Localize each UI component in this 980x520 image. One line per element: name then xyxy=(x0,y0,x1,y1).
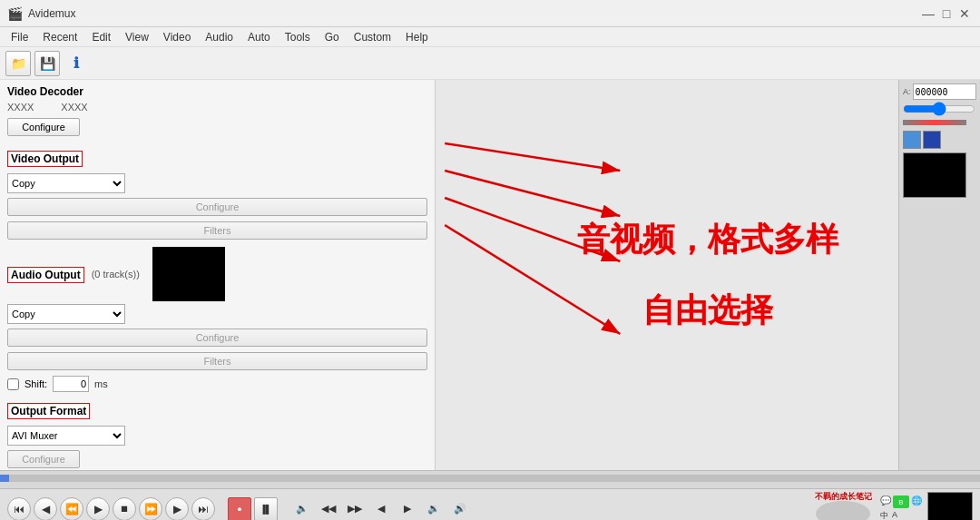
audio-output-title: Audio Output xyxy=(7,267,84,283)
ime-zh: 中 xyxy=(880,510,888,520)
vol-up-button[interactable]: 🔊 xyxy=(448,497,472,521)
annotation-line1: 音视频，格式多样 xyxy=(577,213,838,266)
audio-output-filters-button[interactable]: Filters xyxy=(7,352,427,370)
video-decoder-configure-button[interactable]: Configure xyxy=(7,118,80,136)
forward2-button[interactable]: ▶▶ xyxy=(343,497,367,521)
go-to-end-button[interactable]: ⏭ xyxy=(191,497,215,521)
toolbar: 📁 💾 ℹ xyxy=(0,47,980,80)
menu-go[interactable]: Go xyxy=(318,27,347,47)
output-format-row: AVI Muxer MP4 Muxer MKV Muxer MOV Muxer xyxy=(7,426,427,446)
svg-line-1 xyxy=(445,143,620,171)
output-format-section: Output Format AVI Muxer MP4 Muxer MKV Mu… xyxy=(7,397,427,470)
video-decoder-title: Video Decoder xyxy=(7,85,427,98)
right-panel-slider[interactable] xyxy=(903,103,975,114)
a-value-input[interactable] xyxy=(913,83,976,100)
fast-forward-button[interactable]: ⏩ xyxy=(139,497,162,521)
output-format-select[interactable]: AVI Muxer MP4 Muxer MKV Muxer MOV Muxer xyxy=(7,426,125,446)
audio-codec-row: Copy MP3 AAC AC3 xyxy=(7,304,427,324)
close-button[interactable]: ✕ xyxy=(956,5,973,22)
audio-codec-select[interactable]: Copy MP3 AAC AC3 xyxy=(7,304,125,324)
menu-video[interactable]: Video xyxy=(156,27,198,47)
segment-button[interactable]: ▐▌ xyxy=(254,497,278,521)
rewind2-button[interactable]: ◀◀ xyxy=(317,497,340,521)
avatar-placeholder xyxy=(816,501,870,521)
output-format-title: Output Format xyxy=(7,403,90,419)
output-format-configure-button[interactable]: Configure xyxy=(7,450,80,468)
audio-shift-unit: ms xyxy=(94,378,108,389)
record-button[interactable]: ● xyxy=(228,497,251,521)
decoder-labels: XXXX XXXX xyxy=(7,102,427,113)
wechat-icon: 💬 xyxy=(880,495,891,508)
play-button[interactable]: ▶ xyxy=(86,497,110,521)
menu-audio[interactable]: Audio xyxy=(198,27,240,47)
menu-auto[interactable]: Auto xyxy=(240,27,278,47)
audio-shift-input[interactable] xyxy=(53,376,89,392)
audio-output-controls: Configure Filters xyxy=(7,327,427,372)
player-controls: ⏮ ◀ ⏪ ▶ ⏹ ⏩ ▶ ⏭ ● ▐▌ 🔈 ◀◀ ▶▶ ◀ ▶ 🔉 🔊 不羁的… xyxy=(0,488,980,520)
app-title: Avidemux xyxy=(28,7,75,20)
rewind-button[interactable]: ⏪ xyxy=(60,497,83,521)
bilibili-icon: B xyxy=(893,495,909,508)
vol-mute-button[interactable]: 🔈 xyxy=(290,497,314,521)
main-area: Video Decoder XXXX XXXX Configure Video … xyxy=(0,80,980,470)
audio-shift-label: Shift: xyxy=(24,378,47,389)
color-btn-dark-blue[interactable] xyxy=(923,131,941,149)
codec-label-2: XXXX xyxy=(61,102,87,113)
video-output-section: Video Output Copy x264 x265 MPEG-4 Confi… xyxy=(7,145,427,241)
annotation-line2: 自由选择 xyxy=(577,284,838,337)
next-frame-button[interactable]: ▶ xyxy=(165,497,189,521)
prev2-button[interactable]: ◀ xyxy=(369,497,393,521)
color-gradient-bar xyxy=(903,120,966,125)
right-panel: 音视频，格式多样 自由选择 A: xyxy=(436,80,980,470)
timeline-area[interactable] xyxy=(0,470,980,488)
audio-shift-checkbox[interactable] xyxy=(7,378,19,390)
menu-view[interactable]: View xyxy=(118,27,156,47)
prev-frame-button[interactable]: ◀ xyxy=(34,497,57,521)
player-right-area: 不羁的成长笔记 💬 B 🌐 中 A xyxy=(811,492,973,521)
timeline-bar[interactable] xyxy=(0,475,980,482)
menu-custom[interactable]: Custom xyxy=(347,27,398,47)
color-btn-blue[interactable] xyxy=(903,131,921,149)
video-output-filters-button[interactable]: Filters xyxy=(7,221,427,240)
title-bar: 🎬 Avidemux — □ ✕ xyxy=(0,0,980,27)
go-to-start-button[interactable]: ⏮ xyxy=(7,497,31,521)
vol-down-button[interactable]: 🔉 xyxy=(422,497,446,521)
watermark-area: 不羁的成长笔记 xyxy=(811,492,875,521)
codec-label-1: XXXX xyxy=(7,102,34,113)
browser-icon: 🌐 xyxy=(911,495,922,508)
title-bar-controls: — □ ✕ xyxy=(920,5,973,22)
right-panel-color-buttons xyxy=(903,131,976,149)
next2-button[interactable]: ▶ xyxy=(396,497,419,521)
video-decoder-section: Video Decoder XXXX XXXX Configure xyxy=(7,85,427,138)
menu-edit[interactable]: Edit xyxy=(84,27,118,47)
timeline-progress xyxy=(0,475,9,482)
toolbar-save-button[interactable]: 💾 xyxy=(34,51,60,76)
menu-tools[interactable]: Tools xyxy=(278,27,318,47)
right-panel-preview xyxy=(903,152,966,198)
audio-output-section: Audio Output (0 track(s)) Copy MP3 AAC A… xyxy=(7,247,427,392)
audio-output-header: Audio Output (0 track(s)) xyxy=(7,247,427,301)
menu-bar: File Recent Edit View Video Audio Auto T… xyxy=(0,27,980,47)
video-output-title: Video Output xyxy=(7,151,83,167)
tray-icons: 💬 B 🌐 xyxy=(880,495,922,508)
audio-waveform-display xyxy=(152,247,225,301)
right-mini-panel: A: xyxy=(898,80,980,470)
video-output-configure-button[interactable]: Configure xyxy=(7,198,427,216)
annotation-container: 音视频，格式多样 自由选择 xyxy=(559,195,857,354)
maximize-button[interactable]: □ xyxy=(938,5,955,22)
audio-track-count: (0 track(s)) xyxy=(92,269,140,280)
video-codec-row: Copy x264 x265 MPEG-4 xyxy=(7,173,427,193)
menu-help[interactable]: Help xyxy=(398,27,436,47)
toolbar-info-button[interactable]: ℹ xyxy=(64,51,89,76)
video-preview-thumb xyxy=(927,492,973,521)
stop-button[interactable]: ⏹ xyxy=(113,497,136,521)
minimize-button[interactable]: — xyxy=(920,5,936,22)
audio-output-configure-button[interactable]: Configure xyxy=(7,329,427,347)
audio-shift-row: Shift: ms xyxy=(7,376,427,392)
ime-en: A xyxy=(892,510,897,520)
menu-recent[interactable]: Recent xyxy=(35,27,84,47)
a-label: A: xyxy=(903,87,911,96)
toolbar-open-button[interactable]: 📁 xyxy=(5,51,31,76)
video-codec-select[interactable]: Copy x264 x265 MPEG-4 xyxy=(7,173,125,193)
menu-file[interactable]: File xyxy=(4,27,35,47)
